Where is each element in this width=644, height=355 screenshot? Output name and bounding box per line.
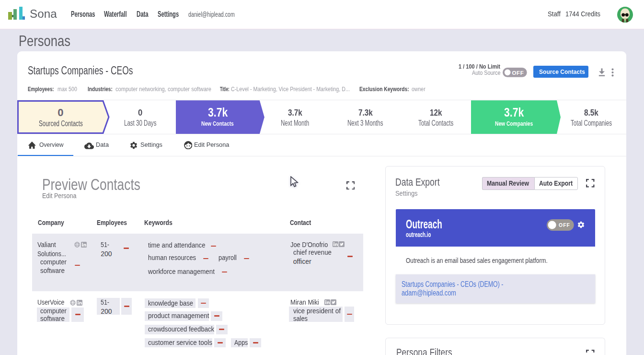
svg-text:OFF: OFF xyxy=(559,222,570,228)
svg-text:OFF: OFF xyxy=(512,70,524,76)
